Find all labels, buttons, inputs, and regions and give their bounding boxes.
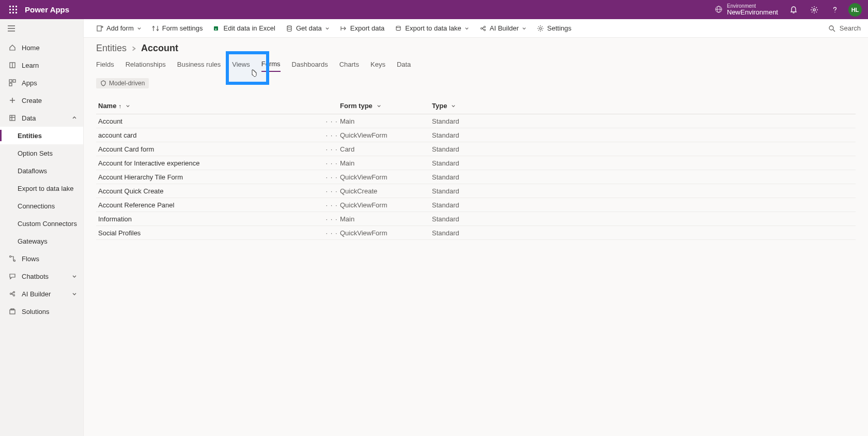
- svg-rect-21: [13, 80, 16, 82]
- svg-point-47: [396, 26, 400, 27]
- cell-formtype: QuickViewForm: [340, 173, 432, 181]
- row-more-icon[interactable]: · · ·: [323, 201, 340, 209]
- cmd-label: Settings: [547, 24, 571, 32]
- cmd-export-data[interactable]: Export data: [340, 24, 385, 32]
- table-row[interactable]: Information· · ·MainStandard: [96, 212, 856, 226]
- sidebar-item-custom-connectors[interactable]: Custom Connectors: [0, 215, 83, 232]
- flows-icon: [7, 255, 18, 262]
- sidebar-item-chatbots[interactable]: Chatbots: [0, 267, 83, 285]
- hamburger-icon[interactable]: [7, 24, 16, 33]
- row-more-icon[interactable]: · · ·: [323, 131, 340, 139]
- notifications-icon[interactable]: [783, 0, 804, 19]
- sidebar-item-flows[interactable]: Flows: [0, 250, 83, 267]
- row-more-icon[interactable]: · · ·: [323, 215, 340, 223]
- tab-dashboards[interactable]: Dashboards: [292, 61, 328, 71]
- cmd-get-data[interactable]: Get data: [286, 24, 330, 32]
- row-more-icon[interactable]: · · ·: [323, 145, 340, 153]
- row-more-icon[interactable]: · · ·: [323, 159, 340, 167]
- breadcrumb-parent[interactable]: Entities: [96, 43, 127, 54]
- help-icon[interactable]: [825, 0, 845, 19]
- sidebar-item-solutions[interactable]: Solutions: [0, 303, 83, 320]
- chevron-up-icon: [72, 115, 77, 121]
- sidebar-item-data[interactable]: Data: [0, 109, 83, 127]
- search-placeholder: Search: [840, 24, 861, 32]
- row-more-icon[interactable]: · · ·: [323, 187, 340, 195]
- tab-keys[interactable]: Keys: [370, 61, 385, 71]
- data-icon: [7, 114, 18, 122]
- sidebar-item-ai-builder[interactable]: AI Builder: [0, 285, 83, 303]
- row-more-icon[interactable]: · · ·: [323, 117, 340, 125]
- sidebar-item-label: Entities: [18, 132, 42, 140]
- cell-name: Account Hierarchy Tile Form: [96, 173, 323, 181]
- breadcrumb: Entities Account: [96, 43, 856, 54]
- column-header-formtype[interactable]: Form type: [340, 102, 432, 110]
- column-header-name[interactable]: Name ↑: [96, 102, 340, 110]
- filter-badge[interactable]: Model-driven: [96, 78, 149, 88]
- export-icon: [340, 25, 347, 32]
- sidebar-item-label: Data: [22, 114, 36, 122]
- sidebar-item-export-lake[interactable]: Export to data lake: [0, 179, 83, 197]
- avatar[interactable]: HL: [848, 3, 862, 17]
- cmd-label: Export to data lake: [405, 24, 461, 32]
- cursor-pointer-icon: [250, 69, 258, 79]
- waffle-icon[interactable]: [4, 6, 23, 14]
- table-row[interactable]: Account· · ·MainStandard: [96, 114, 856, 128]
- chevron-down-icon: [126, 103, 130, 108]
- svg-rect-4: [12, 9, 14, 10]
- cell-name: account card: [96, 131, 323, 139]
- tab-relationships[interactable]: Relationships: [126, 61, 166, 71]
- sidebar-item-connections[interactable]: Connections: [0, 197, 83, 215]
- svg-point-29: [14, 260, 16, 262]
- table-row[interactable]: Account Hierarchy Tile Form· · ·QuickVie…: [96, 170, 856, 184]
- add-form-icon: [96, 25, 103, 32]
- row-more-icon[interactable]: · · ·: [323, 229, 340, 237]
- app-title[interactable]: Power Apps: [25, 5, 69, 14]
- settings-gear-icon[interactable]: [804, 0, 825, 19]
- sidebar-item-dataflows[interactable]: Dataflows: [0, 162, 83, 179]
- table-row[interactable]: Account Reference Panel· · ·QuickViewFor…: [96, 198, 856, 212]
- tab-fields[interactable]: Fields: [96, 61, 114, 71]
- sidebar-item-apps[interactable]: Apps: [0, 74, 83, 92]
- table-row[interactable]: account card· · ·QuickViewFormStandard: [96, 128, 856, 142]
- sidebar-item-home[interactable]: Home: [0, 39, 83, 56]
- table-row[interactable]: Account Card form· · ·CardStandard: [96, 142, 856, 156]
- sidebar-item-gateways[interactable]: Gateways: [0, 232, 83, 250]
- column-header-label: Name: [98, 102, 116, 110]
- cmd-export-lake[interactable]: Export to data lake: [395, 24, 469, 32]
- cell-formtype: Main: [340, 159, 432, 167]
- cmd-add-form[interactable]: Add form: [96, 24, 142, 32]
- environment-label: Environment: [727, 3, 778, 9]
- chevron-down-icon: [72, 291, 77, 296]
- cmd-settings[interactable]: Settings: [537, 24, 571, 32]
- column-header-type[interactable]: Type: [432, 102, 856, 110]
- chevron-down-icon: [522, 26, 526, 31]
- tab-strip: Fields Relationships Business rules View…: [96, 60, 856, 72]
- tab-data[interactable]: Data: [397, 61, 411, 71]
- tab-charts[interactable]: Charts: [339, 61, 359, 71]
- sidebar-item-create[interactable]: Create: [0, 92, 83, 109]
- tab-business-rules[interactable]: Business rules: [177, 61, 221, 71]
- sidebar-item-label: Connections: [18, 202, 55, 210]
- sidebar-item-learn[interactable]: Learn: [0, 56, 83, 74]
- gear-icon: [537, 25, 544, 32]
- row-more-icon[interactable]: · · ·: [323, 173, 340, 181]
- table-row[interactable]: Account for Interactive experience· · ·M…: [96, 156, 856, 170]
- table-row[interactable]: Account Quick Create· · ·QuickCreateStan…: [96, 184, 856, 198]
- sidebar-item-label: Dataflows: [18, 167, 47, 175]
- learn-icon: [7, 62, 18, 69]
- sidebar-item-entities[interactable]: Entities: [0, 127, 83, 144]
- sidebar-item-option-sets[interactable]: Option Sets: [0, 144, 83, 162]
- solutions-icon: [7, 308, 18, 315]
- sidebar-item-label: Solutions: [22, 308, 49, 315]
- environment-picker[interactable]: Environment NewEnvironment: [715, 3, 778, 16]
- svg-point-49: [484, 26, 485, 27]
- cmd-edit-excel[interactable]: x Edit data in Excel: [213, 24, 275, 32]
- svg-point-53: [539, 27, 541, 29]
- cmd-form-settings[interactable]: Form settings: [152, 24, 203, 32]
- svg-rect-6: [9, 12, 11, 13]
- table-row[interactable]: Social Profiles· · ·QuickViewFormStandar…: [96, 226, 856, 240]
- cell-type: Standard: [432, 145, 856, 153]
- cmd-ai-builder[interactable]: AI Builder: [479, 24, 526, 32]
- svg-rect-8: [16, 12, 17, 13]
- search-box[interactable]: Search: [828, 24, 861, 32]
